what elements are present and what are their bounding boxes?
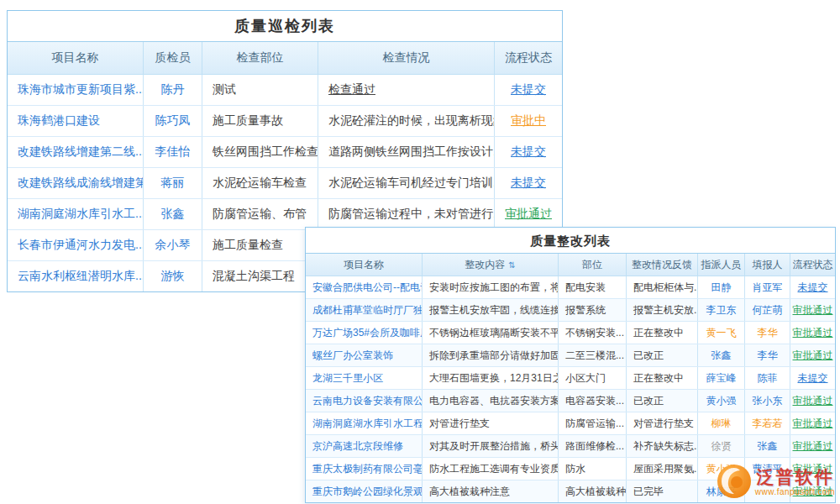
project-name-link[interactable]: 改建铁路线增建第二线... — [8, 137, 144, 167]
check-situation-cell: 水泥砼灌注的时候，出现离析现象 — [318, 106, 495, 136]
rectify-content-cell: 电力电容器、电抗器安装方案... — [423, 390, 559, 412]
header-flow-status: 流程状态 — [790, 254, 835, 276]
fanpu-watermark: 泛普软件 www.fanpusoft.com — [717, 464, 835, 499]
part-cell: 配电安装 — [559, 276, 627, 298]
feedback-cell: 配电柜柜体与... — [627, 276, 698, 298]
project-name-link[interactable]: 万达广场35#会所及咖啡厅空... — [306, 322, 423, 344]
header-assignee: 指派人员 — [698, 254, 745, 276]
flow-status-link[interactable]: 未提交 — [790, 367, 835, 389]
rectification-table-header: 项目名称 整改内容 ⇅ 部位 整改情况反馈 指派人员 填报人 流程状态 — [306, 254, 835, 276]
assignee-name-link[interactable]: 柳琳 — [698, 412, 745, 434]
flow-status-link[interactable]: 审批通过 — [495, 199, 562, 229]
check-situation-cell: 防腐管运输过程中，未对管进行... — [318, 199, 495, 229]
table-row: 京沪高速北京段维修对其及时开展整治措施，桥头...路面维修检...补齐缺失标志.… — [306, 435, 835, 458]
rectify-content-cell: 报警主机安放牢固，线缆连接... — [423, 299, 559, 321]
assignee-name-link[interactable]: 李卫东 — [698, 299, 745, 321]
project-name-link[interactable]: 长春市伊通河水力发电... — [8, 230, 144, 260]
reporter-name-link[interactable]: 李华 — [745, 344, 790, 366]
flow-status-link[interactable]: 审批通过 — [790, 390, 835, 412]
inspector-name-link[interactable]: 蒋丽 — [144, 168, 202, 198]
flow-status-link[interactable]: 审批通过 — [790, 299, 835, 321]
inspector-name-link[interactable]: 陈丹 — [144, 75, 202, 105]
inspection-table-header: 项目名称 质检员 检查部位 检查情况 流程状态 — [8, 42, 562, 75]
project-name-link[interactable]: 云南电力设备安装有限公司20... — [306, 390, 423, 412]
assignee-name-link[interactable]: 张鑫 — [698, 344, 745, 366]
header-check-situation: 检查情况 — [318, 42, 495, 74]
project-name-link[interactable]: 螺丝厂办公室装饰 — [306, 344, 423, 366]
project-name-link[interactable]: 重庆太极制药有限公司毫州中... — [306, 458, 423, 480]
flow-status-link[interactable]: 未提交 — [495, 75, 562, 105]
check-situation-cell: 道路两侧铁丝网围挡工作按设计... — [318, 137, 495, 167]
project-name-link[interactable]: 湖南洞庭湖水库引水工程施工标 — [306, 412, 423, 434]
check-location-cell: 水泥砼运输车检查 — [202, 168, 318, 198]
check-location-cell: 施工质量检查 — [202, 230, 318, 260]
project-name-link[interactable]: 重庆市鹅岭公园绿化景观提升... — [306, 480, 423, 502]
rectify-content-cell: 对管进行垫支 — [423, 412, 559, 434]
assignee-name-link[interactable]: 黄一飞 — [698, 322, 745, 344]
fanpu-url: www.fanpusoft.com — [755, 487, 835, 496]
table-row: 螺丝厂办公室装饰拆除到承重墙部分请做好加固...二至三楼混...已改正张鑫李华审… — [306, 344, 835, 367]
project-name-link[interactable]: 珠海市城市更新项目紫... — [8, 75, 144, 105]
reporter-name-link[interactable]: 李若若 — [745, 412, 790, 434]
flow-status-link[interactable]: 未提交 — [495, 168, 562, 198]
feedback-cell: 正在整改中 — [627, 367, 698, 389]
header-flow-status: 流程状态 — [495, 42, 562, 74]
fanpu-logo-icon — [717, 464, 752, 499]
project-name-link[interactable]: 成都杜甫草堂临时厅厂独立展... — [306, 299, 423, 321]
feedback-cell: 补齐缺失标志... — [627, 435, 698, 457]
inspector-name-link[interactable]: 游恢 — [144, 261, 202, 291]
header-rectify-content[interactable]: 整改内容 ⇅ — [423, 254, 559, 276]
table-row: 湖南洞庭湖水库引水工程施工标对管进行垫支防腐管运输...对管进行垫支柳琳李若若审… — [306, 412, 835, 435]
check-location-cell: 测试 — [202, 75, 318, 105]
assignee-name-link[interactable]: 黄小强 — [698, 390, 745, 412]
flow-status-link[interactable]: 审批中 — [495, 106, 562, 136]
project-name-link[interactable]: 云南水利枢纽潜明水库... — [8, 261, 144, 291]
project-name-link[interactable]: 安徽合肥供电公司--配电设备... — [306, 276, 423, 298]
part-cell: 不锈钢安装... — [559, 322, 627, 344]
reporter-name-link[interactable]: 李华 — [745, 322, 790, 344]
check-location-cell: 混凝土沟渠工程 — [202, 261, 318, 291]
feedback-cell: 报警主机安放... — [627, 299, 698, 321]
rectify-content-cell: 防水工程施工选调有专业资质... — [423, 458, 559, 480]
assignee-name-link[interactable]: 徐贤 — [698, 435, 745, 457]
part-cell: 防水 — [559, 458, 627, 480]
check-situation-cell: 水泥砼运输车司机经过专门培训... — [318, 168, 495, 198]
rectification-table-title: 质量整改列表 — [306, 228, 835, 254]
reporter-name-link[interactable]: 张鑫 — [745, 435, 790, 457]
project-name-link[interactable]: 龙湖三千里小区 — [306, 367, 423, 389]
rectify-content-cell: 高大植被栽种注意 — [423, 480, 559, 502]
fanpu-watermark-text: 泛普软件 www.fanpusoft.com — [755, 467, 835, 496]
check-location-cell: 防腐管运输、布管 — [202, 199, 318, 229]
part-cell: 报警系统 — [559, 299, 627, 321]
sort-icon[interactable]: ⇅ — [508, 260, 515, 270]
project-name-link[interactable]: 湖南洞庭湖水库引水工... — [8, 199, 144, 229]
inspector-name-link[interactable]: 陈巧凤 — [144, 106, 202, 136]
flow-status-link[interactable]: 未提交 — [790, 276, 835, 298]
reporter-name-link[interactable]: 何芷萌 — [745, 299, 790, 321]
inspector-name-link[interactable]: 张鑫 — [144, 199, 202, 229]
inspector-name-link[interactable]: 余小琴 — [144, 230, 202, 260]
flow-status-link[interactable]: 审批通过 — [790, 322, 835, 344]
rectify-content-cell: 大理石围墙更换，12月31日之... — [423, 367, 559, 389]
reporter-name-link[interactable]: 肖亚军 — [745, 276, 790, 298]
feedback-cell: 已改正 — [627, 390, 698, 412]
project-name-link[interactable]: 京沪高速北京段维修 — [306, 435, 423, 457]
flow-status-link[interactable]: 审批通过 — [790, 412, 835, 434]
project-name-link[interactable]: 改建铁路线成渝线增建第... — [8, 168, 144, 198]
inspector-name-link[interactable]: 李佳怡 — [144, 137, 202, 167]
reporter-name-link[interactable]: 陈菲 — [745, 367, 790, 389]
feedback-cell: 已改正 — [627, 344, 698, 366]
feedback-cell: 正在整改中 — [627, 322, 698, 344]
header-part: 部位 — [559, 254, 627, 276]
assignee-name-link[interactable]: 田静 — [698, 276, 745, 298]
flow-status-link[interactable]: 审批通过 — [790, 435, 835, 457]
project-name-link[interactable]: 珠海鹤港口建设 — [8, 106, 144, 136]
table-row: 珠海鹤港口建设陈巧凤施工质量事故水泥砼灌注的时候，出现离析现象审批中 — [8, 106, 562, 137]
flow-status-link[interactable]: 未提交 — [495, 137, 562, 167]
feedback-cell: 已完毕 — [627, 480, 698, 502]
flow-status-link[interactable]: 审批通过 — [790, 344, 835, 366]
part-cell: 电容器安装... — [559, 390, 627, 412]
quality-rectification-panel: 质量整改列表 项目名称 整改内容 ⇅ 部位 整改情况反馈 指派人员 填报人 流程… — [305, 227, 836, 503]
reporter-name-link[interactable]: 张小东 — [745, 390, 790, 412]
assignee-name-link[interactable]: 薛宝峰 — [698, 367, 745, 389]
